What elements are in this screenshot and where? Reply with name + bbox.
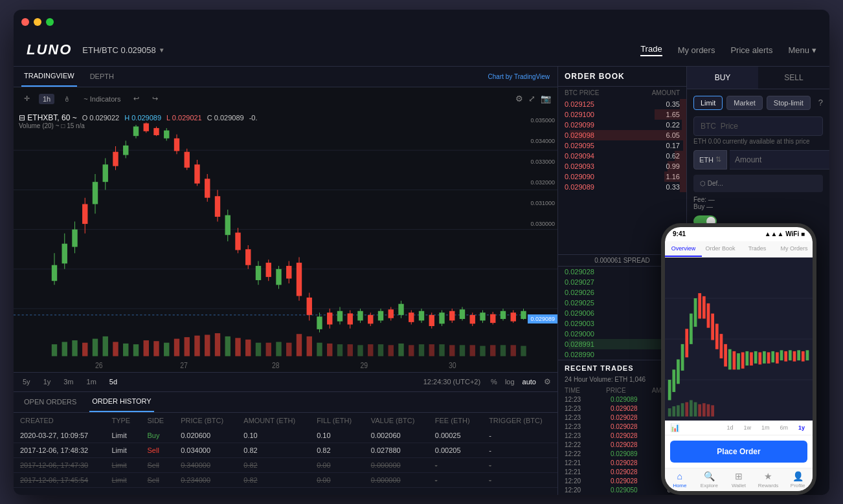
chart-timestamp: 12:24:30 (UTC+2) [423,378,480,386]
home-icon: ⌂ [677,471,682,481]
svg-rect-28 [133,126,139,136]
time-5y[interactable]: 5y [20,377,33,387]
ob-ask-row[interactable]: 0.0290990.22 [558,120,686,130]
time-3m[interactable]: 3m [61,377,76,387]
time-1m[interactable]: 1m [84,377,99,387]
nav-menu[interactable]: Menu ▾ [788,45,816,55]
ob-ask-row[interactable]: 0.0290950.17 [558,140,686,151]
log-mode[interactable]: log [505,378,515,386]
svg-rect-158 [681,344,684,370]
phone-time-1y[interactable]: 1y [796,423,807,432]
close-button[interactable] [21,18,29,26]
nav-bar: LUNO ETH/BTC 0.029058 ▼ Trade My orders … [14,34,829,67]
svg-rect-191 [681,403,684,416]
svg-rect-130 [307,336,312,356]
phone-time-1w[interactable]: 1w [741,423,754,432]
settings-icon[interactable]: ⚙ [515,94,523,104]
window-controls [21,18,54,26]
ob-ask-row[interactable]: 0.0290930.99 [558,161,686,171]
ob-ask-row[interactable]: 0.0290940.62 [558,151,686,161]
camera-icon[interactable]: 📷 [541,94,551,104]
svg-rect-145 [460,345,465,356]
phone-tab-orderbook[interactable]: Order Book [702,241,739,257]
fullscreen-icon[interactable]: ⤢ [528,94,535,104]
undo-btn[interactable]: ↩ [129,93,143,104]
svg-rect-40 [194,164,199,183]
phone-time-1m[interactable]: 1m [759,423,772,432]
phone-time-6m[interactable]: 6m [777,423,791,432]
svg-rect-114 [144,340,149,356]
ob-ask-row[interactable]: 0.0291001.65 [558,109,686,120]
time-5d[interactable]: 5d [107,377,120,387]
amount-input[interactable] [730,150,829,170]
svg-rect-141 [419,344,424,356]
svg-rect-176 [758,352,761,364]
candle-type-tool[interactable]: 🕯 [60,94,74,104]
help-icon[interactable]: ? [818,98,823,107]
tab-sell[interactable]: SELL [758,67,829,89]
amount-field-group: ETH ⇅ MAX [693,150,823,170]
stop-limit-btn[interactable]: Stop-limit [767,96,811,110]
ob-ask-row[interactable]: 0.0290901.16 [558,171,686,182]
indicators-btn[interactable]: ~ Indicators [80,94,124,104]
nav-trade[interactable]: Trade [640,44,662,56]
pair-label: ETH/BTC 0.029058 [82,45,155,55]
svg-rect-125 [256,342,261,356]
ob-ask-row[interactable]: 0.0290890.33 [558,182,686,192]
phone-time: 9:41 [673,230,686,237]
tab-buy[interactable]: BUY [687,67,758,89]
ob-ask-row[interactable]: 0.0291250.35 [558,99,686,109]
chart-settings-icon[interactable]: ⚙ [544,377,551,386]
svg-rect-167 [720,334,723,358]
price-input[interactable] [693,116,823,136]
svg-rect-181 [780,350,783,360]
place-order-button[interactable]: Place Order [670,441,807,463]
auto-mode[interactable]: auto [523,378,536,386]
phone-nav-explore[interactable]: 🔍 Explore [695,471,725,488]
col-price: PRICE (BTC) [174,413,237,428]
svg-rect-113 [133,344,139,356]
svg-rect-128 [286,342,291,356]
minimize-button[interactable] [34,18,41,26]
phone-nav-home[interactable]: ⌂ Home [665,471,695,488]
svg-rect-50 [245,249,251,265]
tab-order-history[interactable]: ORDER HISTORY [89,392,153,412]
market-order-btn[interactable]: Market [726,96,763,110]
svg-rect-189 [672,406,675,416]
phone-tab-overview[interactable]: Overview [665,241,702,257]
crosshair-tool[interactable]: ✛ [20,93,34,104]
phone-nav-rewards[interactable]: ★ Rewards [754,471,783,488]
chart-info-bar: ⊟ ETHXBT, 60 ~ O 0.029022 H 0.029089 L 0… [19,113,257,122]
time-1y[interactable]: 1y [41,377,54,387]
svg-rect-107 [72,340,77,356]
percent-mode[interactable]: % [491,378,497,386]
nav-my-orders[interactable]: My orders [678,45,715,55]
svg-rect-98 [490,314,495,322]
svg-rect-105 [52,344,57,356]
svg-rect-168 [724,344,727,366]
timeframe-selector[interactable]: 1h [39,94,54,104]
phone-tabs: Overview Order Book Trades My Orders [665,241,813,257]
limit-order-btn[interactable]: Limit [693,96,723,110]
pair-selector[interactable]: ETH/BTC 0.029058 ▼ [82,45,164,55]
svg-rect-136 [368,344,373,356]
tab-depth[interactable]: DEPTH [87,67,117,87]
svg-rect-78 [388,309,394,318]
tab-tradingview[interactable]: TRADINGVIEW [21,67,77,87]
wallet-icon: ⊞ [735,471,743,481]
explore-icon: 🔍 [704,471,715,481]
ob-ask-row[interactable]: 0.0290986.05 [558,130,686,140]
ob-amount-header: AMOUNT [652,89,680,96]
phone-time-1d[interactable]: 1d [724,423,736,432]
tradingview-link[interactable]: Chart by TradingView [488,73,550,80]
maximize-button[interactable] [46,18,54,26]
phone-nav-wallet[interactable]: ⊞ Wallet [724,471,754,488]
tab-open-orders[interactable]: OPEN ORDERS [21,392,79,412]
nav-price-alerts[interactable]: Price alerts [730,45,772,55]
svg-rect-151 [521,345,526,356]
phone-tab-myorders[interactable]: My Orders [776,241,813,257]
phone-tab-trades[interactable]: Trades [739,241,776,257]
trade-tabs: BUY SELL [687,67,829,89]
phone-nav-profile[interactable]: 👤 Profile [783,471,813,488]
redo-btn[interactable]: ↪ [148,93,162,104]
